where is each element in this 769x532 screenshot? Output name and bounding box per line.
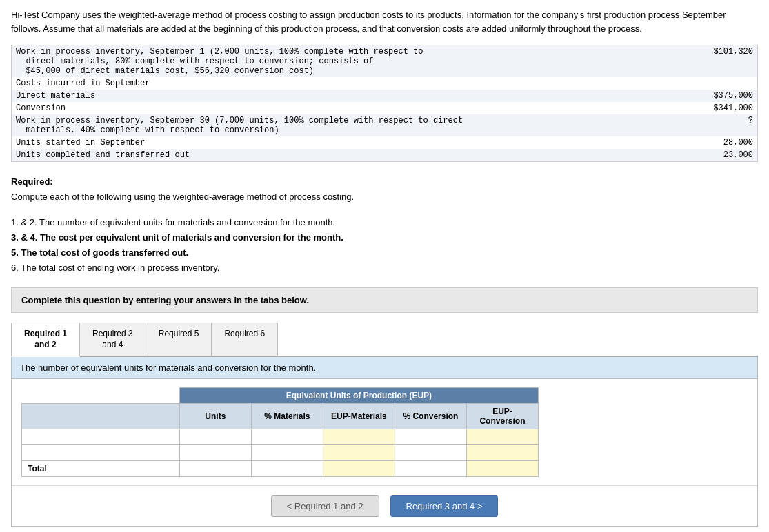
row-2-eup-mat-input[interactable] <box>332 448 386 458</box>
next-button[interactable]: Required 3 and 4 <box>390 495 499 517</box>
instruction-text: Complete this question by entering your … <box>21 295 309 305</box>
required-description: Compute each of the following using the … <box>11 190 758 205</box>
eup-table-wrapper: Equivalent Units of Production (EUP) Uni… <box>12 379 757 485</box>
row-2-units-input[interactable] <box>188 448 242 458</box>
tab-description: The number of equivalent units for mater… <box>12 357 757 379</box>
table-row <box>22 429 539 445</box>
col-header-eup-conv: EUP-Conversion <box>466 404 538 429</box>
total-row: Total <box>22 461 539 477</box>
info-table: Work in process inventory, September 1 (… <box>11 45 758 162</box>
total-pct-conv <box>395 461 466 477</box>
next-button-label: Required 3 and 4 <box>406 501 475 511</box>
row-2-pct-mat[interactable] <box>251 445 323 461</box>
required-item-1: 1. & 2. The number of equivalent units f… <box>11 215 758 230</box>
required-item-2: 3. & 4. The cost per equivalent unit of … <box>11 230 758 245</box>
row-1-pct-mat[interactable] <box>251 429 323 445</box>
row-2-pct-conv[interactable] <box>395 445 466 461</box>
row-1-units-input[interactable] <box>188 432 242 442</box>
total-pct-mat <box>251 461 323 477</box>
col-header-label <box>22 404 180 429</box>
total-eup-mat[interactable] <box>323 461 395 477</box>
info-row-3-label: Direct materials <box>12 90 663 102</box>
tabs-container: Required 1 and 2 Required 3 and 4 Requir… <box>11 323 758 358</box>
row-2-pct-conv-input[interactable] <box>403 448 457 458</box>
info-row-7-amount: 23,000 <box>662 149 757 162</box>
row-1-units[interactable] <box>179 429 251 445</box>
row-1-eup-mat[interactable] <box>323 429 395 445</box>
tab-2-line1: Required 3 <box>92 329 133 338</box>
eup-main-header: Equivalent Units of Production (EUP) <box>179 388 538 404</box>
info-row-5-amount: ? <box>662 114 757 136</box>
row-2-eup-mat[interactable] <box>323 445 395 461</box>
row-2-label <box>22 445 180 461</box>
tab-1-line1: Required 1 <box>24 329 67 338</box>
total-eup-conv-input[interactable] <box>475 464 529 473</box>
info-row-5-label: Work in process inventory, September 30 … <box>12 114 663 136</box>
tab-4-line1: Required 6 <box>224 329 265 338</box>
required-heading: Required: <box>11 176 53 187</box>
prev-button[interactable]: Required 1 and 2 <box>271 495 379 517</box>
tab-1-line2: and 2 <box>34 340 56 349</box>
info-row-2-amount <box>662 77 757 90</box>
total-label: Total <box>22 461 180 477</box>
prev-button-label: Required 1 and 2 <box>294 501 363 511</box>
required-item-3: 5. The total cost of goods transferred o… <box>11 245 758 260</box>
row-1-eup-conv-input[interactable] <box>475 432 529 442</box>
tab-content: The number of equivalent units for mater… <box>11 357 758 527</box>
info-row-6-label: Units started in September <box>12 136 663 149</box>
total-units-input[interactable] <box>188 464 242 473</box>
tab-required-5[interactable]: Required 5 <box>146 323 212 356</box>
tab-3-line1: Required 5 <box>159 329 199 338</box>
eup-table: Equivalent Units of Production (EUP) Uni… <box>21 387 539 477</box>
col-header-units: Units <box>179 404 251 429</box>
row-1-eup-conv[interactable] <box>466 429 538 445</box>
row-2-eup-conv-input[interactable] <box>475 448 529 458</box>
table-row <box>22 445 539 461</box>
total-units[interactable] <box>179 461 251 477</box>
row-1-label <box>22 429 180 445</box>
info-row-6-amount: 28,000 <box>662 136 757 149</box>
row-1-eup-mat-input[interactable] <box>332 432 386 442</box>
total-eup-conv[interactable] <box>466 461 538 477</box>
total-eup-mat-input[interactable] <box>332 464 386 473</box>
info-row-1-label: Work in process inventory, September 1 (… <box>12 45 663 78</box>
row-1-pct-conv-input[interactable] <box>403 432 457 442</box>
info-row-4-amount: $341,000 <box>662 102 757 114</box>
info-row-4-label: Conversion <box>12 102 663 114</box>
required-section: Required: Compute each of the following … <box>11 174 758 276</box>
col-header-pct-conv: % Conversion <box>395 404 466 429</box>
tab-required-1-2[interactable]: Required 1 and 2 <box>11 323 80 358</box>
info-row-2-label: Costs incurred in September <box>12 77 663 90</box>
row-2-eup-conv[interactable] <box>466 445 538 461</box>
info-row-3-amount: $375,000 <box>662 90 757 102</box>
tab-2-line2: and 4 <box>102 340 123 349</box>
tab-required-6[interactable]: Required 6 <box>212 323 278 356</box>
col-header-pct-mat: % Materials <box>251 404 323 429</box>
instruction-box: Complete this question by entering your … <box>11 287 758 313</box>
row-1-pct-mat-input[interactable] <box>260 432 314 442</box>
info-row-1-amount: $101,320 <box>662 45 757 78</box>
col-header-eup-mat: EUP-Materials <box>323 404 395 429</box>
required-item-4: 6. The total cost of ending work in proc… <box>11 260 758 276</box>
row-1-pct-conv[interactable] <box>395 429 466 445</box>
tab-required-3-4[interactable]: Required 3 and 4 <box>80 323 146 356</box>
row-2-units[interactable] <box>179 445 251 461</box>
info-row-7-label: Units completed and transferred out <box>12 149 663 162</box>
row-2-pct-mat-input[interactable] <box>260 448 314 458</box>
nav-buttons: Required 1 and 2 Required 3 and 4 <box>12 485 757 526</box>
intro-paragraph: Hi-Test Company uses the weighted-averag… <box>11 8 758 35</box>
